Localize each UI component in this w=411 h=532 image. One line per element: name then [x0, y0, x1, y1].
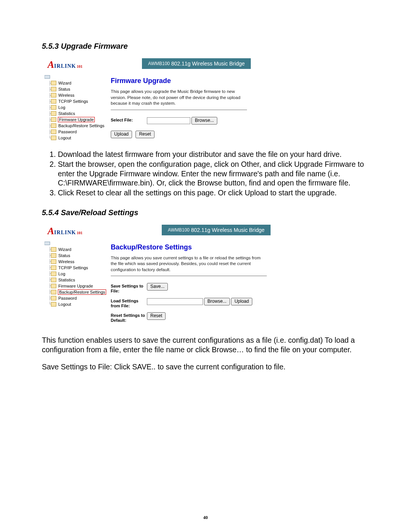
folder-icon — [51, 117, 56, 122]
tree-line-icon: ├ — [46, 283, 51, 288]
instruction-item: Start the browser, open the configuratio… — [58, 160, 369, 188]
nav-item-log[interactable]: ├Log — [46, 104, 108, 110]
nav-item-label: Backup/Restore Settings — [58, 289, 106, 295]
folder-icon — [51, 296, 56, 300]
product-banner: AWMB100 802.11g Wireless Music Bridge — [142, 58, 251, 69]
logo-text: IRLINK — [54, 230, 76, 236]
sidebar-nav: ├Wizard ├Status ├Wireless ├TCP/IP Settin… — [42, 72, 108, 145]
tree-root-icon — [45, 241, 51, 246]
tree-line-icon: ├ — [46, 289, 51, 294]
nav-item-label: TCP/IP Settings — [58, 99, 88, 104]
nav-item-tcp-ip-settings[interactable]: ├TCP/IP Settings — [46, 265, 108, 271]
nav-item-label: Backup/Restore Settings — [58, 123, 105, 128]
nav-item-wireless[interactable]: ├Wireless — [46, 92, 108, 98]
folder-icon — [51, 123, 56, 128]
screenshot-header: A IRLINK 101 AWMB100 802.11g Wireless Mu… — [42, 56, 251, 72]
reset-button[interactable]: Reset — [147, 312, 166, 320]
page-title: Backup/Restore Settings — [111, 243, 267, 251]
folder-icon — [51, 93, 56, 97]
load-file-input[interactable] — [147, 298, 203, 305]
logo-sub: 101 — [77, 231, 83, 235]
upload-button[interactable]: Upload — [111, 131, 132, 138]
svg-rect-1 — [45, 242, 50, 245]
nav-item-label: Wireless — [58, 93, 75, 97]
load-settings-row: Load Settings from File: Browse... Uploa… — [111, 298, 267, 308]
folder-icon — [51, 284, 56, 288]
nav-item-label: Wizard — [58, 81, 72, 85]
instructions-list: Download the latest firmware from your d… — [42, 150, 369, 198]
tree-line-icon: └ — [46, 302, 51, 307]
tree-root-icon — [45, 75, 51, 79]
tree-line-icon: ├ — [46, 123, 51, 128]
svg-rect-0 — [45, 75, 50, 78]
load-settings-label: Load Settings from File: — [111, 298, 147, 308]
nav-item-label: Log — [58, 272, 65, 276]
nav-item-label: Status — [58, 87, 70, 91]
content-panel: Backup/Restore Settings This page allows… — [108, 238, 271, 331]
nav-item-tcp-ip-settings[interactable]: ├TCP/IP Settings — [46, 98, 108, 104]
backup-paragraph-2: Save Settings to File: Click SAVE.. to s… — [42, 362, 369, 372]
reset-button[interactable]: Reset — [135, 131, 154, 138]
page-number: 40 — [0, 515, 411, 521]
nav-item-statistics[interactable]: ├Statistics — [46, 277, 108, 283]
tree-line-icon: ├ — [46, 81, 51, 86]
screenshot-header: A IRLINK 101 AWMB100 802.11g Wireless Mu… — [42, 222, 271, 238]
nav-item-wizard[interactable]: ├Wizard — [46, 246, 108, 252]
nav-item-label: Logout — [58, 136, 72, 140]
tree-line-icon: ├ — [46, 93, 51, 98]
airlink-logo: A IRLINK 101 — [42, 57, 86, 70]
tree-line-icon: ├ — [46, 105, 51, 110]
nav-item-label: Status — [58, 253, 70, 258]
folder-icon — [51, 302, 56, 307]
section-heading-554: 5.5.4 Save/Reload Settings — [42, 208, 369, 217]
backup-restore-screenshot: A IRLINK 101 AWMB100 802.11g Wireless Mu… — [42, 222, 271, 331]
tree-line-icon: ├ — [46, 277, 51, 282]
nav-item-wireless[interactable]: ├Wireless — [46, 259, 108, 265]
nav-item-label: Wizard — [58, 247, 72, 252]
logo-sub: 101 — [77, 64, 83, 69]
nav-item-label: Wireless — [58, 259, 75, 264]
nav-item-log[interactable]: ├Log — [46, 271, 108, 277]
nav-item-logout[interactable]: └Logout — [46, 135, 108, 141]
tree-line-icon: ├ — [46, 253, 51, 258]
folder-icon — [51, 290, 56, 294]
nav-item-status[interactable]: ├Status — [46, 252, 108, 259]
nav-item-wizard[interactable]: ├Wizard — [46, 80, 108, 86]
folder-icon — [51, 278, 56, 282]
banner-model: AWMB100 — [168, 227, 190, 233]
save-button[interactable]: Save... — [147, 283, 168, 291]
nav-item-firmware-upgrade[interactable]: ├Firmware Upgrade — [46, 117, 108, 123]
tree-line-icon: ├ — [46, 117, 51, 122]
tree-line-icon: ├ — [46, 87, 51, 92]
folder-icon — [51, 272, 56, 276]
tree-line-icon: ├ — [46, 271, 51, 276]
nav-item-backup-restore-settings[interactable]: ├Backup/Restore Settings — [46, 289, 108, 295]
tree-line-icon: ├ — [46, 259, 51, 264]
folder-icon — [51, 259, 56, 264]
content-panel: Firmware Upgrade This page allows you up… — [108, 72, 251, 145]
reset-settings-label: Reset Settings to Default: — [111, 312, 147, 323]
page-title: Firmware Upgrade — [111, 77, 247, 85]
upload-button[interactable]: Upload — [231, 298, 252, 305]
nav-item-label: Password — [58, 296, 77, 300]
nav-item-status[interactable]: ├Status — [46, 86, 108, 92]
file-path-input[interactable] — [147, 117, 190, 124]
browse-button[interactable]: Browse... — [204, 298, 230, 305]
nav-item-password[interactable]: ├Password — [46, 129, 108, 135]
nav-item-firmware-upgrade[interactable]: ├Firmware Upgrade — [46, 283, 108, 289]
instruction-item: Download the latest firmware from your d… — [58, 150, 369, 159]
nav-item-logout[interactable]: └Logout — [46, 301, 108, 307]
browse-button[interactable]: Browse... — [191, 117, 217, 125]
save-settings-label: Save Settings to File: — [111, 283, 147, 294]
nav-item-label: Logout — [58, 302, 72, 307]
nav-item-backup-restore-settings[interactable]: ├Backup/Restore Settings — [46, 123, 108, 129]
select-file-label: Select File: — [111, 117, 147, 123]
select-file-row: Select File: Browse... — [111, 117, 247, 125]
folder-icon — [51, 136, 56, 140]
nav-item-password[interactable]: ├Password — [46, 295, 108, 301]
nav-item-label: Log — [58, 105, 65, 110]
nav-item-statistics[interactable]: ├Statistics — [46, 110, 108, 117]
nav-item-label: TCP/IP Settings — [58, 265, 88, 270]
backup-paragraph-1: This function enables users to save the … — [42, 335, 369, 355]
firmware-upgrade-screenshot: A IRLINK 101 AWMB100 802.11g Wireless Mu… — [42, 55, 251, 145]
